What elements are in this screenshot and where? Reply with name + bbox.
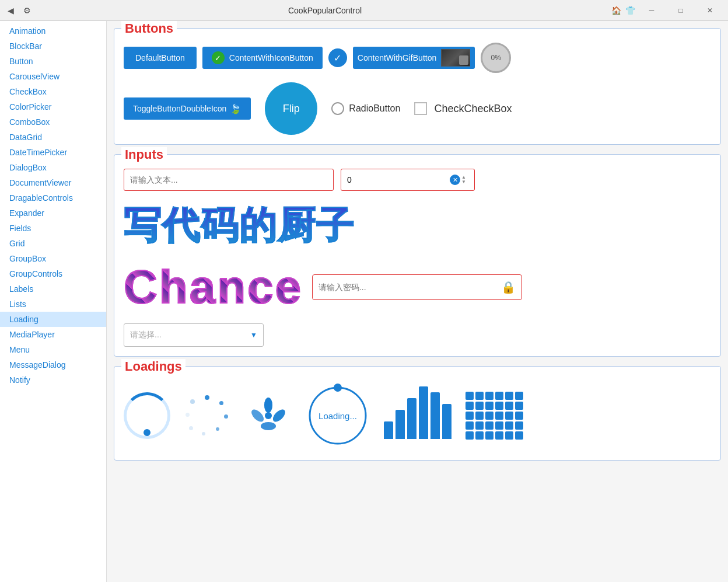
default-button[interactable]: DefaultButton bbox=[124, 47, 197, 69]
leaf-icon: 🍃 bbox=[230, 103, 242, 114]
text-input[interactable] bbox=[124, 169, 334, 191]
sidebar-item-colorpicker[interactable]: ColorPicker bbox=[0, 99, 106, 114]
gc bbox=[485, 412, 494, 420]
check-circle-icon[interactable]: ✓ bbox=[328, 48, 347, 67]
gc bbox=[515, 392, 523, 400]
flip-button[interactable]: Flip bbox=[265, 82, 317, 135]
inputs-section: Inputs ✕ ▲ ▼ 写代码的厨子 bbox=[114, 154, 721, 357]
password-input-container: 🔒 bbox=[312, 274, 522, 300]
sidebar-item-labels[interactable]: Labels bbox=[0, 281, 106, 297]
buttons-content: DefaultButton ✓ ContentWithIconButton ✓ … bbox=[124, 43, 711, 135]
back-button[interactable]: ◀ bbox=[5, 5, 16, 16]
gc bbox=[466, 431, 474, 440]
gc bbox=[515, 402, 523, 410]
home-icon[interactable]: 🏠 bbox=[610, 5, 622, 16]
sidebar-item-combobox[interactable]: ComboBox bbox=[0, 114, 106, 130]
window-title: CookPopularControl bbox=[40, 6, 610, 15]
gc bbox=[495, 421, 503, 430]
gc bbox=[475, 431, 484, 440]
number-arrows: ▲ ▼ bbox=[461, 169, 473, 190]
gc bbox=[475, 421, 484, 430]
sidebar-item-fields[interactable]: Fields bbox=[0, 221, 106, 236]
buttons-section-title: Buttons bbox=[121, 21, 177, 36]
gc bbox=[475, 402, 484, 410]
text-loader: Loading... bbox=[306, 384, 370, 448]
sidebar-item-groupcontrols[interactable]: GroupControls bbox=[0, 266, 106, 281]
close-button[interactable]: ✕ bbox=[696, 0, 723, 21]
check-label: CheckCheckBox bbox=[434, 103, 512, 115]
inputs-row-1: ✕ ▲ ▼ bbox=[124, 169, 711, 191]
check-square[interactable] bbox=[414, 102, 427, 115]
sidebar-item-grid[interactable]: Grid bbox=[0, 236, 106, 251]
svg-point-4 bbox=[264, 398, 272, 413]
toggle-button-double-icon[interactable]: ToggleButtonDoubbleIcon 🍃 bbox=[124, 97, 251, 120]
sidebar-item-notify[interactable]: Notify bbox=[0, 372, 106, 388]
gif-thumbnail bbox=[441, 49, 470, 67]
gc bbox=[485, 402, 494, 410]
sidebar-item-menu[interactable]: Menu bbox=[0, 342, 106, 357]
gc bbox=[505, 412, 513, 420]
clear-button[interactable]: ✕ bbox=[450, 175, 460, 185]
radio-button-container: RadioButton bbox=[331, 102, 400, 115]
gc bbox=[466, 421, 474, 430]
sidebar-item-mediaplayer[interactable]: MediaPlayer bbox=[0, 327, 106, 342]
loadings-row: Loading... bbox=[124, 381, 711, 451]
radio-label: RadioButton bbox=[349, 103, 400, 114]
chance-text: Chance bbox=[124, 260, 303, 314]
sidebar-item-carouselview[interactable]: CarouselView bbox=[0, 69, 106, 84]
gc bbox=[505, 421, 513, 430]
gc bbox=[495, 392, 503, 400]
sidebar-item-expander[interactable]: Expander bbox=[0, 205, 106, 221]
minimize-button[interactable]: ─ bbox=[638, 0, 665, 21]
number-input-container: ✕ ▲ ▼ bbox=[341, 169, 475, 191]
title-bar: ◀ ⚙ CookPopularControl 🏠 👕 ─ □ ✕ bbox=[0, 0, 728, 21]
inputs-content: ✕ ▲ ▼ 写代码的厨子 Chance 🔒 bbox=[124, 169, 711, 347]
gc bbox=[495, 402, 503, 410]
gc bbox=[466, 402, 474, 410]
sidebar-item-button[interactable]: Button bbox=[0, 54, 106, 69]
arrow-down[interactable]: ▼ bbox=[461, 180, 473, 184]
loadings-section: Loadings bbox=[114, 366, 721, 461]
progress-label: 0% bbox=[491, 54, 501, 62]
gc bbox=[505, 392, 513, 400]
check-checkbox-container: CheckCheckBox bbox=[414, 102, 512, 115]
bar-4 bbox=[419, 386, 428, 439]
dropdown[interactable]: 请选择... ▼ bbox=[124, 323, 264, 347]
sidebar-item-blockbar[interactable]: BlockBar bbox=[0, 39, 106, 54]
content-with-icon-button[interactable]: ✓ ContentWithIconButton bbox=[202, 47, 323, 69]
sidebar-item-datetimepicker[interactable]: DateTimePicker bbox=[0, 145, 106, 160]
progress-button[interactable]: 0% bbox=[481, 43, 511, 73]
lock-icon: 🔒 bbox=[501, 280, 516, 294]
sidebar-item-messagedialog[interactable]: MessageDialog bbox=[0, 357, 106, 372]
buttons-row-1: DefaultButton ✓ ContentWithIconButton ✓ … bbox=[124, 43, 711, 73]
sidebar-item-checkbox[interactable]: CheckBox bbox=[0, 84, 106, 99]
sidebar-item-lists[interactable]: Lists bbox=[0, 297, 106, 312]
sidebar-item-documentviewer[interactable]: DocumentViewer bbox=[0, 175, 106, 190]
gc bbox=[475, 412, 484, 420]
title-bar-left: ◀ ⚙ bbox=[5, 5, 40, 16]
gc bbox=[515, 412, 523, 420]
bar-6 bbox=[442, 404, 452, 439]
sidebar-item-animation[interactable]: Animation bbox=[0, 23, 106, 39]
grid-loader bbox=[466, 392, 523, 440]
sidebar-item-groupbox[interactable]: GroupBox bbox=[0, 251, 106, 266]
sidebar-item-dialogbox[interactable]: DialogBox bbox=[0, 160, 106, 175]
gc bbox=[495, 431, 503, 440]
shirt-icon[interactable]: 👕 bbox=[624, 5, 636, 16]
gc bbox=[466, 412, 474, 420]
sidebar-item-loading[interactable]: Loading bbox=[0, 312, 106, 327]
settings-button[interactable]: ⚙ bbox=[21, 5, 33, 16]
gc bbox=[485, 392, 494, 400]
bar-5 bbox=[430, 392, 440, 439]
content-with-gif-button[interactable]: ContentWithGifButton bbox=[353, 47, 475, 69]
gc bbox=[515, 421, 523, 430]
radio-circle[interactable] bbox=[331, 102, 344, 115]
svg-point-10 bbox=[334, 384, 342, 392]
toggle-label: ToggleButtonDoubbleIcon bbox=[133, 104, 226, 113]
password-input[interactable] bbox=[318, 283, 496, 292]
maximize-button[interactable]: □ bbox=[667, 0, 694, 21]
sidebar-item-datagrid[interactable]: DataGrid bbox=[0, 130, 106, 145]
sidebar-item-dragablecontrols[interactable]: DragableControls bbox=[0, 190, 106, 205]
loading-text: Loading... bbox=[318, 411, 357, 421]
check-mark: ✓ bbox=[334, 53, 341, 64]
